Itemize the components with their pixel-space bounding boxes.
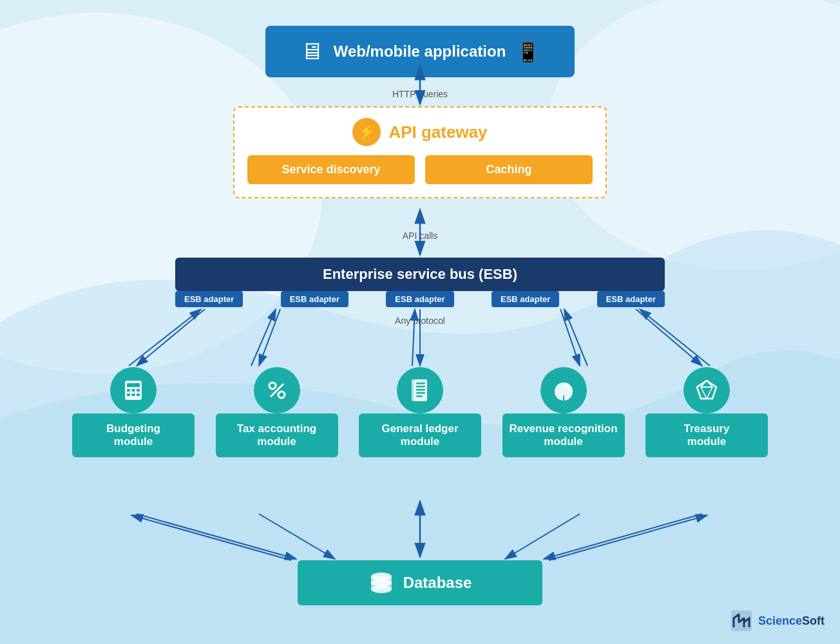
svg-point-52 — [371, 585, 392, 593]
modules-row: Budgetingmodule Tax accountingmodule — [72, 367, 768, 457]
svg-line-8 — [259, 309, 280, 366]
http-queries-label: HTTP queries — [392, 89, 448, 99]
brand-icon — [730, 609, 753, 632]
svg-point-33 — [278, 392, 285, 398]
ledger-icon — [397, 367, 443, 413]
svg-rect-41 — [416, 395, 423, 397]
database-title: Database — [403, 574, 472, 592]
svg-line-16 — [640, 309, 710, 366]
esb-adapter-5: ESB adapter — [597, 291, 665, 307]
svg-line-15 — [564, 309, 587, 366]
svg-rect-37 — [416, 383, 425, 384]
svg-rect-31 — [137, 393, 140, 396]
treasury-module: Treasurymodule — [645, 367, 768, 457]
web-app-title: Web/mobile application — [334, 43, 506, 61]
svg-line-23 — [549, 515, 707, 560]
any-protocol-label: Any protocol — [395, 316, 445, 326]
svg-rect-26 — [127, 389, 130, 392]
web-app-box: 🖥 Web/mobile application 📱 — [265, 26, 575, 77]
revenue-recognition-module: Revenue recognitionmodule — [502, 367, 625, 457]
svg-line-7 — [137, 309, 205, 366]
percent-icon — [254, 367, 300, 413]
api-calls-label: API calls — [403, 231, 437, 241]
svg-rect-28 — [137, 389, 140, 392]
gem-icon — [683, 367, 730, 413]
svg-marker-43 — [697, 381, 716, 399]
svg-rect-36 — [412, 379, 415, 401]
svg-line-11 — [636, 309, 702, 366]
svg-line-18 — [259, 514, 335, 559]
esb-box: Enterprise service bus (ESB) — [175, 258, 665, 291]
esb-adapter-2: ESB adapter — [281, 291, 348, 307]
svg-line-12 — [129, 309, 201, 366]
plug-icon: ⚡ — [352, 118, 381, 146]
esb-adapter-4: ESB adapter — [492, 291, 559, 307]
api-gateway-box: ⚡ API gateway Service discovery Caching — [233, 106, 607, 198]
api-gateway-header: ⚡ API gateway — [247, 118, 593, 146]
caching-btn: Caching — [425, 155, 593, 184]
svg-line-22 — [131, 515, 291, 560]
svg-line-10 — [560, 309, 580, 366]
svg-rect-38 — [416, 386, 425, 388]
svg-rect-25 — [127, 383, 140, 387]
svg-line-21 — [544, 514, 702, 559]
treasury-module-label: Treasurymodule — [645, 413, 768, 457]
svg-line-17 — [137, 514, 296, 559]
svg-rect-27 — [132, 389, 135, 392]
esb-adapter-3: ESB adapter — [386, 291, 453, 307]
svg-rect-30 — [132, 393, 135, 396]
budgeting-module-label: Budgetingmodule — [72, 413, 195, 457]
calculator-icon — [110, 367, 157, 413]
svg-rect-40 — [416, 392, 425, 394]
svg-point-32 — [269, 383, 276, 389]
general-ledger-module: General ledgermodule — [359, 367, 481, 457]
brand-name: ScienceSoft — [758, 614, 825, 628]
api-gateway-buttons: Service discovery Caching — [247, 155, 593, 184]
sciencesoft-logo: ScienceSoft — [730, 609, 825, 632]
tax-accounting-module: Tax accountingmodule — [216, 367, 338, 457]
service-discovery-btn: Service discovery — [247, 155, 415, 184]
budgeting-module: Budgetingmodule — [72, 367, 195, 457]
svg-line-46 — [707, 387, 712, 399]
revenue-recognition-module-label: Revenue recognitionmodule — [502, 413, 625, 457]
esb-adapters-row: ESB adapter ESB adapter ESB adapter ESB … — [175, 291, 665, 307]
svg-line-13 — [251, 309, 276, 366]
diagram-container: 🖥 Web/mobile application 📱 HTTP queries … — [0, 0, 840, 644]
monitor-icon: 🖥 — [300, 38, 323, 65]
svg-rect-39 — [416, 389, 425, 391]
tax-accounting-module-label: Tax accountingmodule — [216, 413, 338, 457]
api-gateway-title: API gateway — [388, 122, 487, 142]
esb-title: Enterprise service bus (ESB) — [323, 266, 517, 283]
svg-line-34 — [271, 384, 283, 397]
svg-rect-29 — [127, 393, 130, 396]
general-ledger-module-label: General ledgermodule — [359, 413, 481, 457]
leaf-icon — [540, 367, 587, 413]
svg-line-45 — [701, 387, 707, 399]
svg-line-20 — [505, 514, 580, 559]
database-icon — [368, 571, 394, 594]
mobile-icon: 📱 — [516, 41, 540, 63]
database-box: Database — [298, 560, 542, 605]
esb-adapter-1: ESB adapter — [175, 291, 243, 307]
